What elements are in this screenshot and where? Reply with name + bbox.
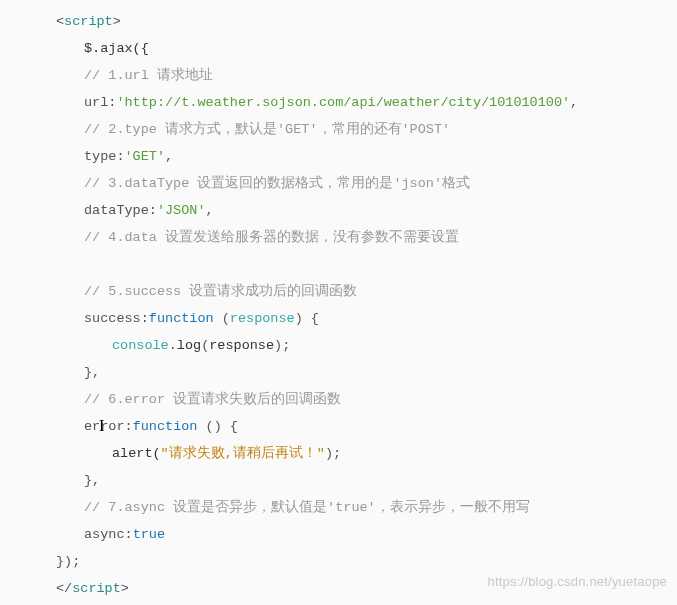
prop-url: url	[84, 95, 108, 110]
colon: :	[149, 203, 157, 218]
colon: :	[125, 419, 133, 434]
empty-parens-brace: () {	[197, 419, 238, 434]
code-line: $.ajax({	[56, 35, 677, 62]
script-open-tag: script	[64, 14, 113, 29]
code-line: // 2.type 请求方式，默认是'GET'，常用的还有'POST'	[56, 116, 677, 143]
prop-success: success	[84, 311, 141, 326]
code-line: success:function (response) {	[56, 305, 677, 332]
comma: ,	[570, 95, 578, 110]
comma: ,	[206, 203, 214, 218]
alert-close: );	[325, 446, 341, 461]
comma: ,	[165, 149, 173, 164]
comment-url: // 1.url 请求地址	[84, 68, 213, 83]
code-line: url:'http://t.weather.sojson.com/api/wea…	[56, 89, 677, 116]
prop-error: error	[84, 419, 125, 434]
code-line: // 6.error 设置请求失败后的回调函数	[56, 386, 677, 413]
async-value: true	[133, 527, 165, 542]
code-line: // 4.data 设置发送给服务器的数据，没有参数不需要设置	[56, 224, 677, 251]
prop-async: async	[84, 527, 125, 542]
function-keyword: function	[133, 419, 198, 434]
comment-success: // 5.success 设置请求成功后的回调函数	[84, 284, 357, 299]
code-line: console.log(response);	[56, 332, 677, 359]
open-paren: (	[214, 311, 230, 326]
function-keyword: function	[149, 311, 214, 326]
dot: .	[169, 338, 177, 353]
prop-type: type	[84, 149, 116, 164]
code-line: // 5.success 设置请求成功后的回调函数	[56, 278, 677, 305]
close-paren-brace: ) {	[295, 311, 319, 326]
log-close: );	[274, 338, 290, 353]
comment-type: // 2.type 请求方式，默认是'GET'，常用的还有'POST'	[84, 122, 450, 137]
code-line: error:function () {	[56, 413, 677, 440]
code-line: dataType:'JSON',	[56, 197, 677, 224]
code-line: type:'GET',	[56, 143, 677, 170]
tag-open-bracket: <	[56, 14, 64, 29]
alert-fn: alert(	[112, 446, 161, 461]
comment-async: // 7.async 设置是否异步，默认值是'true'，表示异步，一般不用写	[84, 500, 530, 515]
code-line: <script>	[56, 8, 677, 35]
script-close-tag: script	[72, 581, 121, 596]
comment-datatype: // 3.dataType 设置返回的数据格式，常用的是'json'格式	[84, 176, 470, 191]
comment-data: // 4.data 设置发送给服务器的数据，没有参数不需要设置	[84, 230, 459, 245]
console-obj: console	[112, 338, 169, 353]
code-block: <script> $.ajax({ // 1.url 请求地址 url:'htt…	[0, 0, 677, 605]
url-string: 'http://t.weather.sojson.com/api/weather…	[116, 95, 570, 110]
log-arg: response	[209, 338, 274, 353]
code-line: async:true	[56, 521, 677, 548]
watermark: https://blog.csdn.net/yuetaope	[488, 568, 667, 595]
log-fn: log	[177, 338, 201, 353]
datatype-string: 'JSON'	[157, 203, 206, 218]
code-line: // 7.async 设置是否异步，默认值是'true'，表示异步，一般不用写	[56, 494, 677, 521]
colon: :	[116, 149, 124, 164]
blank-line	[56, 251, 677, 278]
tag-open-bracket: </	[56, 581, 72, 596]
code-line: alert("请求失败,请稍后再试！");	[56, 440, 677, 467]
prop-datatype: dataType	[84, 203, 149, 218]
code-line: },	[56, 467, 677, 494]
close-brace-comma: },	[84, 365, 100, 380]
param-response: response	[230, 311, 295, 326]
code-line: // 1.url 请求地址	[56, 62, 677, 89]
tag-close-bracket: >	[121, 581, 129, 596]
ajax-call: $.ajax({	[84, 41, 149, 56]
code-line: // 3.dataType 设置返回的数据格式，常用的是'json'格式	[56, 170, 677, 197]
type-string: 'GET'	[125, 149, 166, 164]
closing-braces: });	[56, 554, 80, 569]
colon: :	[141, 311, 149, 326]
colon: :	[125, 527, 133, 542]
comment-error: // 6.error 设置请求失败后的回调函数	[84, 392, 341, 407]
code-line: },	[56, 359, 677, 386]
close-brace-comma: },	[84, 473, 100, 488]
alert-msg: "请求失败,请稍后再试！"	[161, 446, 325, 461]
tag-close-bracket: >	[113, 14, 121, 29]
